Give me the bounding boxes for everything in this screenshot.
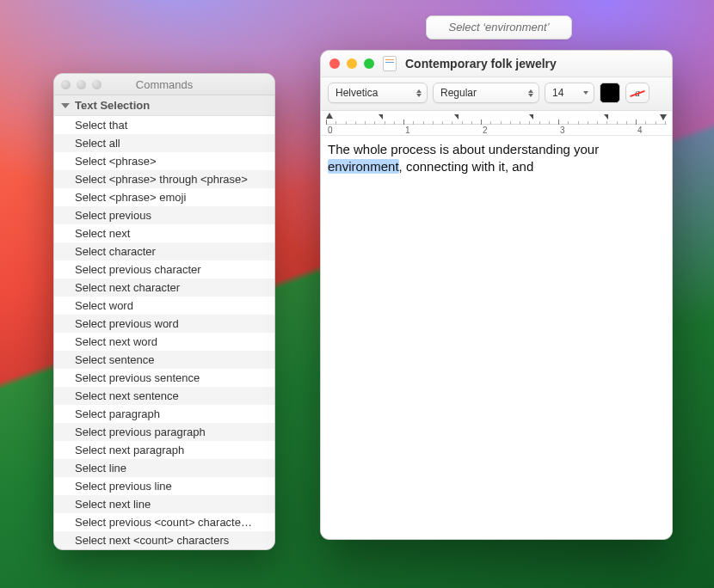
- ruler-tick-minor: [471, 121, 472, 125]
- commands-list: Select thatSelect allSelect <phrase>Sele…: [54, 116, 274, 549]
- command-item[interactable]: Select previous word: [54, 315, 274, 333]
- ruler-tick-minor: [433, 121, 434, 125]
- ruler-tick-minor: [597, 121, 598, 125]
- format-toolbar: Helvetica Regular 14 a: [321, 77, 672, 111]
- command-item[interactable]: Select previous sentence: [54, 369, 274, 387]
- close-button[interactable]: [329, 58, 340, 69]
- ruler-tick-minor: [510, 121, 511, 125]
- commands-section-header[interactable]: Text Selection: [54, 95, 274, 116]
- ruler-label: 2: [483, 126, 488, 135]
- highlighted-word: environment: [328, 159, 399, 174]
- command-item[interactable]: Select next line: [54, 495, 274, 513]
- ruler-tick-minor: [568, 121, 569, 125]
- desktop: Select ‘environment’ Commands Text Selec…: [0, 0, 714, 588]
- command-item[interactable]: Select next sentence: [54, 387, 274, 405]
- editor-titlebar[interactable]: Contemporary folk jewelry: [321, 51, 672, 77]
- ruler-tick-minor: [346, 121, 347, 125]
- ruler-tick-minor: [645, 121, 646, 125]
- text-color-swatch[interactable]: [600, 83, 620, 103]
- command-item[interactable]: Select previous paragraph: [54, 423, 274, 441]
- document-icon: [383, 56, 397, 71]
- commands-section-label: Text Selection: [75, 99, 150, 112]
- ruler-label: 1: [405, 126, 410, 135]
- font-style-select[interactable]: Regular: [433, 83, 539, 103]
- ruler-tick-minor: [626, 121, 627, 125]
- tab-stop-marker[interactable]: [529, 114, 533, 119]
- ruler-tick-minor: [520, 121, 520, 125]
- command-item[interactable]: Select next paragraph: [54, 441, 274, 459]
- ruler-tick-minor: [335, 121, 336, 125]
- ruler-tick-minor: [490, 121, 491, 125]
- minimize-button-inactive[interactable]: [77, 80, 86, 89]
- chevron-down-icon: [583, 91, 588, 95]
- window-controls-inactive[interactable]: [61, 80, 102, 89]
- minimize-button[interactable]: [347, 58, 357, 69]
- ruler-tick-minor: [578, 121, 579, 125]
- ruler-label: 3: [560, 126, 565, 135]
- command-item[interactable]: Select word: [54, 297, 274, 315]
- command-item[interactable]: Select <phrase> emoji: [54, 188, 274, 206]
- window-controls[interactable]: [329, 58, 374, 69]
- command-item[interactable]: Select previous <count> characte…: [54, 513, 274, 531]
- command-item[interactable]: Select line: [54, 459, 274, 477]
- ruler-tick-minor: [549, 121, 550, 125]
- ruler-tick-major: [326, 119, 327, 125]
- command-item[interactable]: Select next character: [54, 279, 274, 297]
- font-family-value: Helvetica: [335, 87, 378, 99]
- ruler-tick-minor: [413, 121, 414, 125]
- command-item[interactable]: Select previous: [54, 206, 274, 224]
- zoom-button-inactive[interactable]: [92, 80, 102, 89]
- chevron-down-icon: [61, 103, 70, 108]
- command-item[interactable]: Select next <count> characters: [54, 531, 274, 549]
- ruler-tick-minor: [423, 121, 424, 125]
- command-item[interactable]: Select character: [54, 242, 274, 260]
- ruler-tick-minor: [394, 121, 395, 125]
- ruler-tick-minor: [452, 121, 452, 125]
- tab-stop-marker[interactable]: [454, 114, 459, 119]
- zoom-button[interactable]: [364, 58, 374, 69]
- command-item[interactable]: Select sentence: [54, 351, 274, 369]
- ruler-tick-major: [403, 119, 404, 125]
- font-size-select[interactable]: 14: [545, 83, 594, 103]
- tab-stop-marker[interactable]: [604, 114, 608, 119]
- font-size-value: 14: [552, 87, 563, 99]
- command-item[interactable]: Select that: [54, 116, 274, 134]
- ruler-tick-minor: [665, 121, 666, 125]
- ruler-tick-minor: [656, 121, 656, 125]
- ruler-tick-minor: [539, 121, 540, 125]
- ruler-tick-major: [481, 119, 482, 125]
- command-item[interactable]: Select next: [54, 224, 274, 242]
- ruler-tick-minor: [374, 121, 375, 125]
- textedit-window[interactable]: Contemporary folk jewelry Helvetica Regu…: [320, 50, 673, 540]
- left-indent-marker[interactable]: [326, 113, 333, 119]
- document-body[interactable]: The whole process is about understanding…: [321, 136, 672, 539]
- ruler-tick-minor: [501, 121, 502, 125]
- command-item[interactable]: Select previous line: [54, 477, 274, 495]
- commands-window[interactable]: Commands Text Selection Select thatSelec…: [53, 73, 275, 550]
- command-item[interactable]: Select <phrase>: [54, 152, 274, 170]
- ruler-tick-minor: [365, 121, 366, 125]
- tooltip-text: Select ‘environment’: [448, 21, 549, 34]
- command-item[interactable]: Select <phrase> through <phrase>: [54, 170, 274, 188]
- ruler-tick-minor: [529, 121, 530, 125]
- ruler[interactable]: 01234: [321, 111, 672, 136]
- ruler-tick-minor: [442, 121, 443, 125]
- tab-stop-marker[interactable]: [379, 114, 383, 119]
- ruler-tick-minor: [617, 121, 618, 125]
- font-style-value: Regular: [440, 87, 477, 99]
- command-item[interactable]: Select all: [54, 134, 274, 152]
- ruler-tick-minor: [462, 121, 463, 125]
- document-title: Contemporary folk jewelry: [405, 57, 557, 70]
- ruler-tick-major: [558, 119, 559, 125]
- ruler-tick-minor: [355, 121, 356, 125]
- ruler-tick-major: [636, 119, 637, 125]
- letter-a-icon: a: [635, 87, 640, 100]
- command-item[interactable]: Select paragraph: [54, 405, 274, 423]
- command-item[interactable]: Select previous character: [54, 260, 274, 279]
- font-family-select[interactable]: Helvetica: [328, 83, 428, 103]
- right-indent-marker[interactable]: [660, 114, 667, 120]
- close-button-inactive[interactable]: [61, 80, 71, 89]
- commands-titlebar[interactable]: Commands: [54, 74, 274, 95]
- remove-color-button[interactable]: a: [625, 83, 649, 103]
- command-item[interactable]: Select next word: [54, 333, 274, 351]
